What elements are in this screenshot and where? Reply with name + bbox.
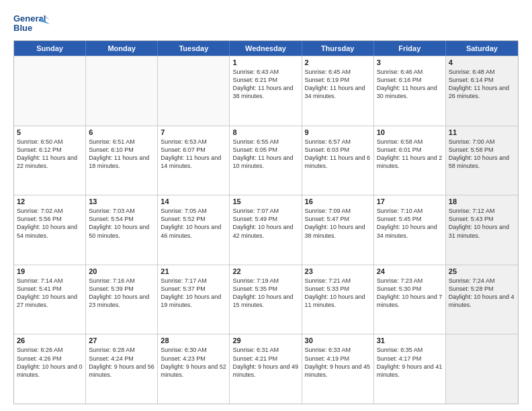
calendar-cell: 10Sunrise: 6:58 AM Sunset: 6:01 PM Dayli…	[374, 126, 446, 195]
cell-daylight-info: Sunrise: 6:50 AM Sunset: 6:12 PM Dayligh…	[17, 138, 83, 171]
calendar-cell: 9Sunrise: 6:57 AM Sunset: 6:03 PM Daylig…	[302, 126, 374, 195]
calendar-cell: 1Sunrise: 6:43 AM Sunset: 6:21 PM Daylig…	[230, 56, 302, 126]
day-number: 22	[232, 267, 298, 275]
cell-daylight-info: Sunrise: 6:57 AM Sunset: 6:03 PM Dayligh…	[305, 138, 371, 171]
calendar-cell: 8Sunrise: 6:55 AM Sunset: 6:05 PM Daylig…	[230, 126, 302, 195]
calendar-cell: 2Sunrise: 6:45 AM Sunset: 6:19 PM Daylig…	[302, 56, 374, 126]
day-number: 27	[89, 336, 154, 345]
day-number: 9	[305, 128, 371, 136]
cell-daylight-info: Sunrise: 7:10 AM Sunset: 5:45 PM Dayligh…	[377, 207, 443, 240]
day-number: 21	[161, 267, 226, 275]
day-number: 7	[161, 128, 226, 136]
cell-daylight-info: Sunrise: 6:33 AM Sunset: 4:19 PM Dayligh…	[305, 346, 371, 379]
cell-daylight-info: Sunrise: 7:17 AM Sunset: 5:37 PM Dayligh…	[161, 277, 226, 310]
cell-daylight-info: Sunrise: 7:09 AM Sunset: 5:47 PM Dayligh…	[305, 207, 371, 240]
calendar-cell	[158, 56, 230, 126]
calendar-cell: 5Sunrise: 6:50 AM Sunset: 6:12 PM Daylig…	[14, 126, 86, 195]
calendar-cell: 28Sunrise: 6:30 AM Sunset: 4:23 PM Dayli…	[158, 334, 230, 404]
cell-daylight-info: Sunrise: 7:02 AM Sunset: 5:56 PM Dayligh…	[17, 207, 83, 240]
cell-daylight-info: Sunrise: 7:19 AM Sunset: 5:35 PM Dayligh…	[232, 277, 298, 310]
calendar-cell: 3Sunrise: 6:46 AM Sunset: 6:16 PM Daylig…	[374, 56, 446, 126]
cell-daylight-info: Sunrise: 7:21 AM Sunset: 5:33 PM Dayligh…	[305, 277, 371, 310]
calendar-cell: 26Sunrise: 6:26 AM Sunset: 4:26 PM Dayli…	[14, 334, 86, 404]
calendar-cell: 14Sunrise: 7:05 AM Sunset: 5:52 PM Dayli…	[158, 195, 230, 265]
cell-daylight-info: Sunrise: 7:12 AM Sunset: 5:43 PM Dayligh…	[449, 207, 515, 240]
cell-daylight-info: Sunrise: 6:28 AM Sunset: 4:24 PM Dayligh…	[89, 346, 154, 379]
cell-daylight-info: Sunrise: 7:07 AM Sunset: 5:49 PM Dayligh…	[232, 207, 298, 240]
weekday-header: Monday	[86, 41, 158, 56]
calendar-cell: 6Sunrise: 6:51 AM Sunset: 6:10 PM Daylig…	[86, 126, 158, 195]
calendar-cell	[86, 56, 158, 126]
calendar-cell: 11Sunrise: 7:00 AM Sunset: 5:58 PM Dayli…	[446, 126, 518, 195]
day-number: 6	[89, 128, 154, 136]
page: GeneralBlue SundayMondayTuesdayWednesday…	[0, 0, 532, 411]
day-number: 5	[17, 128, 83, 136]
day-number: 30	[305, 336, 371, 345]
cell-daylight-info: Sunrise: 6:48 AM Sunset: 6:14 PM Dayligh…	[449, 68, 515, 101]
calendar-cell: 29Sunrise: 6:31 AM Sunset: 4:21 PM Dayli…	[230, 334, 302, 404]
calendar-cell: 30Sunrise: 6:33 AM Sunset: 4:19 PM Dayli…	[302, 334, 374, 404]
cell-daylight-info: Sunrise: 6:51 AM Sunset: 6:10 PM Dayligh…	[89, 138, 154, 171]
cell-daylight-info: Sunrise: 6:45 AM Sunset: 6:19 PM Dayligh…	[305, 68, 371, 101]
calendar-cell: 27Sunrise: 6:28 AM Sunset: 4:24 PM Dayli…	[86, 334, 158, 404]
calendar-cell: 13Sunrise: 7:03 AM Sunset: 5:54 PM Dayli…	[86, 195, 158, 265]
calendar-cell: 21Sunrise: 7:17 AM Sunset: 5:37 PM Dayli…	[158, 265, 230, 334]
day-number: 4	[449, 58, 515, 66]
calendar-row: 12Sunrise: 7:02 AM Sunset: 5:56 PM Dayli…	[14, 195, 518, 265]
cell-daylight-info: Sunrise: 6:35 AM Sunset: 4:17 PM Dayligh…	[377, 346, 443, 379]
cell-daylight-info: Sunrise: 6:30 AM Sunset: 4:23 PM Dayligh…	[161, 346, 226, 379]
calendar-cell: 18Sunrise: 7:12 AM Sunset: 5:43 PM Dayli…	[446, 195, 518, 265]
day-number: 1	[232, 58, 298, 66]
day-number: 3	[377, 58, 443, 66]
day-number: 26	[17, 336, 83, 345]
calendar-cell: 24Sunrise: 7:23 AM Sunset: 5:30 PM Dayli…	[374, 265, 446, 334]
calendar-cell	[446, 334, 518, 404]
calendar-row: 19Sunrise: 7:14 AM Sunset: 5:41 PM Dayli…	[14, 265, 518, 334]
calendar-row: 1Sunrise: 6:43 AM Sunset: 6:21 PM Daylig…	[14, 56, 518, 126]
weekday-header: Thursday	[302, 41, 374, 56]
day-number: 10	[377, 128, 443, 136]
cell-daylight-info: Sunrise: 6:55 AM Sunset: 6:05 PM Dayligh…	[232, 138, 298, 171]
day-number: 29	[232, 336, 298, 345]
weekday-header: Tuesday	[158, 41, 230, 56]
calendar-row: 26Sunrise: 6:26 AM Sunset: 4:26 PM Dayli…	[14, 334, 518, 404]
weekday-header: Sunday	[14, 41, 86, 56]
day-number: 2	[305, 58, 371, 66]
svg-text:Blue: Blue	[13, 23, 32, 33]
calendar-cell: 15Sunrise: 7:07 AM Sunset: 5:49 PM Dayli…	[230, 195, 302, 265]
day-number: 11	[449, 128, 515, 136]
day-number: 20	[89, 267, 154, 275]
cell-daylight-info: Sunrise: 7:14 AM Sunset: 5:41 PM Dayligh…	[17, 277, 83, 310]
weekday-header: Friday	[374, 41, 446, 56]
calendar-cell: 7Sunrise: 6:53 AM Sunset: 6:07 PM Daylig…	[158, 126, 230, 195]
day-number: 14	[161, 197, 226, 205]
day-number: 19	[17, 267, 83, 275]
header: GeneralBlue	[13, 12, 519, 36]
day-number: 15	[232, 197, 298, 205]
logo: GeneralBlue	[13, 12, 50, 36]
calendar-cell: 19Sunrise: 7:14 AM Sunset: 5:41 PM Dayli…	[14, 265, 86, 334]
day-number: 12	[17, 197, 83, 205]
cell-daylight-info: Sunrise: 6:53 AM Sunset: 6:07 PM Dayligh…	[161, 138, 226, 171]
calendar: SundayMondayTuesdayWednesdayThursdayFrid…	[13, 40, 519, 404]
cell-daylight-info: Sunrise: 6:46 AM Sunset: 6:16 PM Dayligh…	[377, 68, 443, 101]
cell-daylight-info: Sunrise: 7:24 AM Sunset: 5:28 PM Dayligh…	[449, 277, 515, 310]
calendar-cell: 4Sunrise: 6:48 AM Sunset: 6:14 PM Daylig…	[446, 56, 518, 126]
day-number: 17	[377, 197, 443, 205]
calendar-cell: 20Sunrise: 7:16 AM Sunset: 5:39 PM Dayli…	[86, 265, 158, 334]
calendar-cell: 17Sunrise: 7:10 AM Sunset: 5:45 PM Dayli…	[374, 195, 446, 265]
calendar-cell: 12Sunrise: 7:02 AM Sunset: 5:56 PM Dayli…	[14, 195, 86, 265]
cell-daylight-info: Sunrise: 7:00 AM Sunset: 5:58 PM Dayligh…	[449, 138, 515, 171]
calendar-cell: 25Sunrise: 7:24 AM Sunset: 5:28 PM Dayli…	[446, 265, 518, 334]
calendar-cell: 16Sunrise: 7:09 AM Sunset: 5:47 PM Dayli…	[302, 195, 374, 265]
calendar-header: SundayMondayTuesdayWednesdayThursdayFrid…	[14, 41, 518, 56]
day-number: 24	[377, 267, 443, 275]
logo-svg: GeneralBlue	[13, 12, 50, 36]
day-number: 28	[161, 336, 226, 345]
day-number: 25	[449, 267, 515, 275]
calendar-cell: 31Sunrise: 6:35 AM Sunset: 4:17 PM Dayli…	[374, 334, 446, 404]
cell-daylight-info: Sunrise: 7:05 AM Sunset: 5:52 PM Dayligh…	[161, 207, 226, 240]
day-number: 16	[305, 197, 371, 205]
cell-daylight-info: Sunrise: 6:26 AM Sunset: 4:26 PM Dayligh…	[17, 346, 83, 379]
calendar-cell: 22Sunrise: 7:19 AM Sunset: 5:35 PM Dayli…	[230, 265, 302, 334]
